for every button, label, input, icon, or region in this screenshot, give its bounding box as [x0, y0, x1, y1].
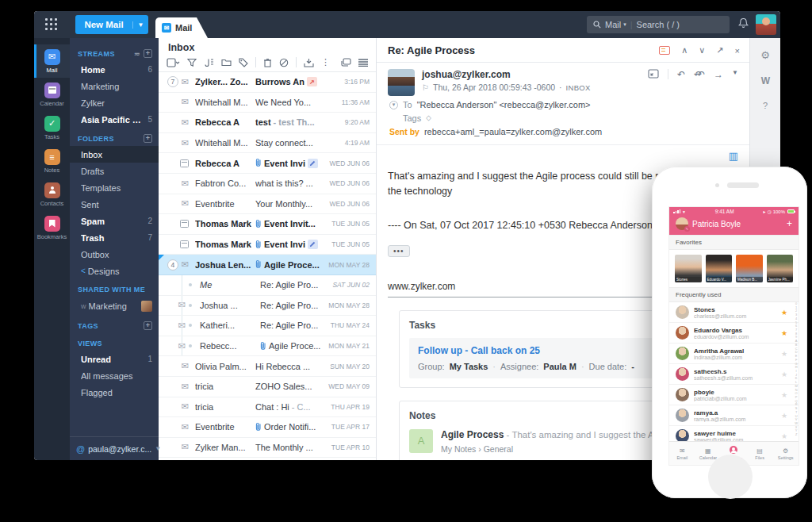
phone-contact-row[interactable]: ramya.aramya.a@zillum.com★	[669, 405, 799, 426]
favorite-star-icon[interactable]: ★	[781, 329, 787, 337]
add-icon[interactable]: +	[144, 49, 152, 58]
mail-row[interactable]: MeRe: Agile Pro...SAT JUN 02	[159, 275, 376, 296]
add-tag-icon[interactable]: ⬦	[424, 116, 434, 121]
sidebar-item-drafts[interactable]: Drafts	[70, 163, 159, 179]
favorite-star-icon[interactable]: ★	[781, 432, 787, 440]
sidebar-item-spam[interactable]: Spam2	[70, 213, 159, 229]
account-switcher[interactable]: @ paula@zylker.c... ▼	[70, 436, 159, 460]
sidebar-item-zylker[interactable]: Zylker	[70, 94, 159, 111]
move-folder-icon[interactable]	[221, 58, 232, 67]
app-grid-icon[interactable]	[45, 18, 58, 31]
open-original-icon[interactable]	[648, 69, 659, 81]
favorite-star-icon[interactable]: ★	[781, 391, 787, 399]
attachment-view-icon[interactable]	[204, 57, 214, 67]
phone-contact-row[interactable]: Amritha Agrawalindiraa@zillum.com★	[669, 344, 799, 364]
spam-icon[interactable]	[279, 58, 289, 67]
sidebar-item-asia-pacific-sales[interactable]: Asia Pacific Sales5	[70, 111, 159, 128]
favorite-star-icon[interactable]: ★	[781, 309, 787, 317]
favorite-contact-tile[interactable]: Madison B...	[736, 255, 763, 282]
sidebar-item-marketing[interactable]: Marketing	[70, 78, 159, 94]
more-actions-chevron-icon[interactable]: ▼	[732, 69, 738, 76]
phone-contact-row[interactable]: Eduardo Vargaseduardov@zillum.com★	[669, 323, 799, 344]
settings-gear-icon[interactable]: ⚙	[760, 49, 770, 61]
phone-contact-row[interactable]: Stonescharless@zillum.com★	[669, 302, 799, 323]
stream-filter-icon[interactable]: ≂	[134, 50, 140, 58]
search-input[interactable]: Mail▾ | Search ( / )	[587, 16, 730, 33]
tab-mail[interactable]: ✉ Mail	[155, 17, 208, 38]
favorite-contact-tile[interactable]: Jasmine Ph...	[767, 255, 794, 282]
mail-row[interactable]: ✉EventbriteYour Monthly...WED JUN 06	[159, 194, 376, 215]
rail-item-bookmarks[interactable]: Bookmarks	[34, 211, 70, 244]
mail-row[interactable]: ✉Joshua ...Re: Agile Pro...MON MAY 28	[159, 296, 376, 317]
favorite-contact-tile[interactable]: Stones	[675, 255, 702, 282]
sidebar-item-marketing[interactable]: wMarketing	[70, 297, 159, 315]
mail-row[interactable]: ✉EventbriteOrder Notifi...TUE APR 17	[159, 417, 376, 438]
notifications-bell-icon[interactable]	[738, 17, 749, 32]
mail-row[interactable]: ✉Rebecca Atest- test Th...9:20 AM	[159, 113, 376, 133]
sidebar-item-all-messages[interactable]: All messages	[70, 367, 159, 384]
mail-row[interactable]: ✉Katheri...Re: Agile Pro...THU MAY 24	[159, 316, 376, 336]
reader-view-icon[interactable]: ▥	[729, 150, 738, 162]
sidebar-item-unread[interactable]: Unread1	[70, 351, 159, 367]
delete-icon[interactable]	[263, 58, 272, 67]
rail-item-calendar[interactable]: Calendar	[34, 78, 70, 111]
reply-icon[interactable]: ↶	[677, 69, 685, 80]
mail-row[interactable]: 7✉Zylker... Zo...Burrows An↗3:16 PM	[159, 72, 376, 93]
user-avatar[interactable]	[756, 14, 776, 35]
select-all-checkbox[interactable]	[167, 58, 180, 67]
sidebar-item-outbox[interactable]: Outbox	[70, 246, 159, 263]
mail-row[interactable]: Rebecca AEvent InviWED JUN 06	[159, 153, 376, 174]
forward-icon[interactable]: →	[714, 69, 723, 80]
favorite-star-icon[interactable]: ★	[781, 412, 787, 420]
favorite-contact-tile[interactable]: Eduardo V...	[706, 255, 733, 282]
show-quoted-text-button[interactable]: •••	[388, 245, 410, 257]
note-title[interactable]: Agile Process	[441, 429, 504, 440]
previous-mail-icon[interactable]: ∧	[681, 45, 688, 56]
add-contact-icon[interactable]: +	[787, 218, 792, 229]
favorite-star-icon[interactable]: ★	[781, 350, 787, 358]
mail-row[interactable]: ✉Zylker Man...The Monthly ...TUE APR 10	[159, 438, 376, 459]
list-density-icon[interactable]	[358, 58, 368, 67]
add-icon[interactable]: +	[144, 134, 152, 143]
favorite-star-icon[interactable]: ★	[781, 370, 787, 378]
rail-item-tasks[interactable]: ✓Tasks	[34, 111, 70, 144]
zia-assistant-icon[interactable]: W	[761, 75, 769, 86]
next-mail-icon[interactable]: ∨	[699, 45, 705, 56]
phone-home-button[interactable]	[708, 455, 753, 499]
phone-contact-row[interactable]: satheesh.ssatheesh.s@zillum.com★	[669, 364, 799, 385]
sidebar-item-templates[interactable]: Templates	[70, 179, 159, 196]
sidebar-item-inbox[interactable]: Inbox	[70, 146, 159, 163]
thread-view-icon[interactable]	[659, 46, 670, 55]
sidebar-item-sent[interactable]: Sent	[70, 196, 159, 213]
mail-row[interactable]: Thomas MarkEvent Invit...TUE JUN 05	[159, 214, 376, 235]
help-icon[interactable]: ?	[763, 101, 768, 110]
popout-icon[interactable]: ↗	[716, 45, 723, 56]
flag-icon[interactable]: ⚐	[422, 83, 429, 92]
phone-user-avatar[interactable]	[676, 217, 688, 230]
conversation-view-icon[interactable]	[341, 58, 351, 67]
mail-row[interactable]: ✉Whitehall M...We Need Yo...11:36 AM	[159, 93, 376, 113]
mail-row[interactable]: ✉Rebecc...Agile Proce...MON MAY 21	[159, 336, 376, 357]
rail-item-mail[interactable]: ✉Mail	[34, 44, 70, 78]
tag-icon[interactable]	[239, 58, 248, 67]
filter-icon[interactable]	[187, 58, 197, 67]
phone-tab-email[interactable]: ✉Email	[669, 442, 695, 465]
phone-tab-files[interactable]: ▤Files	[747, 442, 773, 465]
sidebar-item-designs[interactable]: <Designs	[70, 263, 159, 279]
mail-row[interactable]: 4✉Joshua Len...Agile Proce...MON MAY 28	[159, 255, 376, 275]
mail-row[interactable]: Thomas MarkEvent InviTUE JUN 05	[159, 235, 376, 255]
sidebar-item-home[interactable]: Home6	[70, 61, 159, 78]
new-mail-button[interactable]: New Mail ▼	[75, 15, 148, 34]
mail-row[interactable]: ✉Whitehall M...Stay connect...4:19 AM	[159, 133, 376, 154]
rail-item-contacts[interactable]: Contacts	[34, 178, 70, 211]
close-icon[interactable]: ×	[735, 46, 740, 56]
phone-tab-settings[interactable]: ⚙Settings	[772, 442, 799, 465]
sender-email[interactable]: joshua@zylker.com	[422, 69, 591, 80]
mail-row[interactable]: ✉triciaZOHO Sales...WED MAY 09	[159, 377, 376, 397]
phone-contact-row[interactable]: pboylepatriciab@zillum.com★	[669, 385, 799, 405]
mail-row[interactable]: ✉triciaChat : Hi- C...THU APR 19	[159, 397, 376, 418]
reply-all-icon[interactable]: ↶↶	[694, 69, 705, 80]
search-scope-dropdown[interactable]: Mail▾	[605, 20, 626, 29]
alphabet-index[interactable]: 0123456789ABCDEFGHIJKLMNOPQRSTUVWXYZ	[795, 302, 798, 437]
archive-icon[interactable]	[304, 58, 314, 67]
